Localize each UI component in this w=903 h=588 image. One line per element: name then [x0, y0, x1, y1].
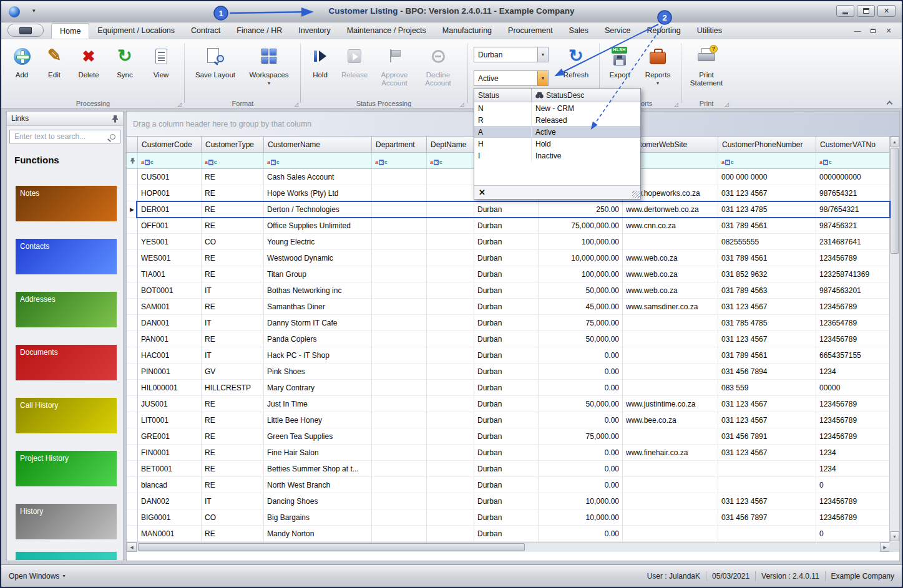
- table-row[interactable]: YES001COYoung ElectricDurban100,000.0008…: [127, 234, 890, 250]
- grid-cell[interactable]: www.web.co.za: [623, 282, 718, 299]
- branch-combo[interactable]: Durban ▼: [474, 47, 549, 62]
- grid-cell[interactable]: 031 789 4561: [718, 250, 816, 266]
- grid-cell[interactable]: Pink Shoes: [264, 364, 372, 380]
- grid-cell[interactable]: DER001: [138, 201, 202, 218]
- grid-cell[interactable]: 1234: [816, 364, 890, 380]
- grid-cell[interactable]: [623, 428, 718, 445]
- table-row[interactable]: PAN001REPanda CopiersDurban50,000.00031 …: [127, 331, 890, 347]
- grid-cell[interactable]: [372, 201, 427, 218]
- sync-button[interactable]: ↻ Sync: [109, 42, 141, 79]
- grid-cell[interactable]: [427, 493, 474, 509]
- app-menu-button[interactable]: [7, 24, 44, 37]
- grid-cell[interactable]: Durban: [474, 396, 539, 412]
- grid-cell[interactable]: Durban: [474, 380, 539, 396]
- filter-cell[interactable]: aBc: [816, 153, 890, 169]
- grid-cell[interactable]: CO: [202, 509, 264, 526]
- table-row[interactable]: DAN001ITDanny Storm IT CafeDurban75,000.…: [127, 315, 890, 331]
- grid-cell[interactable]: [427, 445, 474, 461]
- grid-cell[interactable]: www.dertonweb.co.za: [623, 201, 718, 218]
- grid-cell[interactable]: RE: [202, 477, 264, 493]
- grid-cell[interactable]: Big Bargains: [264, 509, 372, 526]
- grid-cell[interactable]: JUS001: [138, 396, 202, 412]
- grid-cell[interactable]: Green Tea Supplies: [264, 428, 372, 445]
- table-row[interactable]: FIN0001REFine Hair SalonDurban0.00www.fi…: [127, 445, 890, 461]
- decline-account-button[interactable]: Decline Account: [417, 42, 459, 87]
- grid-cell[interactable]: [623, 315, 718, 331]
- column-header-CustomerPhoneNumber[interactable]: CustomerPhoneNumber: [718, 137, 816, 153]
- function-history[interactable]: History: [16, 504, 117, 539]
- grid-cell[interactable]: LIT0001: [138, 412, 202, 428]
- grid-cell[interactable]: 75,000.00: [539, 315, 623, 331]
- filter-cell[interactable]: aBc: [718, 153, 816, 169]
- grid-cell[interactable]: 98/7654321: [816, 201, 890, 218]
- table-row[interactable]: MAN0001REMandy NortonDurban0.000: [127, 526, 890, 542]
- grid-cell[interactable]: 0.00: [539, 347, 623, 364]
- filter-cell[interactable]: aBc: [138, 153, 202, 169]
- grid-cell[interactable]: 0000000000: [816, 169, 890, 185]
- grid-cell[interactable]: [372, 477, 427, 493]
- search-box[interactable]: [9, 130, 120, 143]
- mdi-minimize-button[interactable]: —: [851, 26, 864, 36]
- grid-cell[interactable]: 031 456 7894: [718, 364, 816, 380]
- grid-cell[interactable]: 123456789: [816, 428, 890, 445]
- column-header-Department[interactable]: Department: [372, 137, 427, 153]
- grid-cell[interactable]: [427, 266, 474, 282]
- function-notes[interactable]: Notes: [16, 186, 117, 221]
- grid-cell[interactable]: RE: [202, 250, 264, 266]
- grid-cell[interactable]: 1234: [816, 445, 890, 461]
- grid-cell[interactable]: 123456789: [816, 396, 890, 412]
- grid-cell[interactable]: Young Electric: [264, 234, 372, 250]
- status-option-a[interactable]: AActive: [474, 126, 640, 138]
- vertical-scroll-thumb[interactable]: [891, 148, 899, 254]
- grid-cell[interactable]: 123654789: [816, 315, 890, 331]
- scroll-left-icon[interactable]: ◀: [127, 542, 137, 552]
- pin-icon[interactable]: [112, 115, 119, 123]
- grid-cell[interactable]: [372, 299, 427, 315]
- grid-cell[interactable]: BOT0001: [138, 282, 202, 299]
- tab-reporting[interactable]: Reporting: [639, 23, 689, 39]
- grid-cell[interactable]: Durban: [474, 250, 539, 266]
- filter-cell[interactable]: aBc: [372, 153, 427, 169]
- grid-cell[interactable]: [372, 315, 427, 331]
- mdi-close-button[interactable]: ✕: [882, 26, 896, 36]
- filter-cell[interactable]: aBc: [264, 153, 372, 169]
- grid-cell[interactable]: 10,000.00: [539, 493, 623, 509]
- status-combo[interactable]: Active ▼: [474, 70, 549, 86]
- maximize-button[interactable]: [857, 5, 875, 17]
- grid-cell[interactable]: [372, 282, 427, 299]
- grid-cell[interactable]: 123456789: [816, 250, 890, 266]
- grid-cell[interactable]: 031 123 4567: [718, 331, 816, 347]
- grid-cell[interactable]: 031 789 4563: [718, 282, 816, 299]
- grid-cell[interactable]: [427, 250, 474, 266]
- tab-equipment-locations[interactable]: Equipment / Locations: [89, 23, 183, 39]
- grid-cell[interactable]: 123456789: [816, 493, 890, 509]
- grid-cell[interactable]: Bothas Networking inc: [264, 282, 372, 299]
- search-input[interactable]: [13, 132, 110, 142]
- grid-cell[interactable]: Durban: [474, 201, 539, 218]
- function-call-history[interactable]: Call History: [16, 398, 117, 433]
- reports-button[interactable]: Reports ▾: [639, 42, 676, 86]
- grid-cell[interactable]: 75,000.00: [539, 428, 623, 445]
- grid-cell[interactable]: RE: [202, 396, 264, 412]
- status-option-r[interactable]: RReleased: [474, 114, 640, 126]
- filter-cell[interactable]: aBc: [427, 153, 474, 169]
- grid-cell[interactable]: Durban: [474, 315, 539, 331]
- grid-cell[interactable]: Durban: [474, 347, 539, 364]
- status-dropdown-column-statusdesc[interactable]: StatusDesc: [532, 89, 640, 102]
- grid-cell[interactable]: 123258741369: [816, 266, 890, 282]
- scroll-down-icon[interactable]: ▼: [890, 531, 899, 541]
- tab-sales[interactable]: Sales: [561, 23, 597, 39]
- grid-cell[interactable]: Durban: [474, 412, 539, 428]
- table-row[interactable]: BET0001REBetties Summer Shop at t...Durb…: [127, 461, 890, 477]
- column-header-CustomerName[interactable]: CustomerName: [264, 137, 372, 153]
- grid-cell[interactable]: RE: [202, 461, 264, 477]
- grid-cell[interactable]: Durban: [474, 509, 539, 526]
- grid-cell[interactable]: [427, 282, 474, 299]
- grid-cell[interactable]: 031 456 7891: [718, 428, 816, 445]
- grid-cell[interactable]: Derton / Technologies: [264, 201, 372, 218]
- grid-cell[interactable]: Samanthas Diner: [264, 299, 372, 315]
- grid-cell[interactable]: www.justintime.co.za: [623, 396, 718, 412]
- table-row[interactable]: TIA001RETitan GroupDurban100,000.00www.w…: [127, 266, 890, 282]
- grid-cell[interactable]: 0.00: [539, 526, 623, 542]
- grid-cell[interactable]: 031 456 7897: [718, 509, 816, 526]
